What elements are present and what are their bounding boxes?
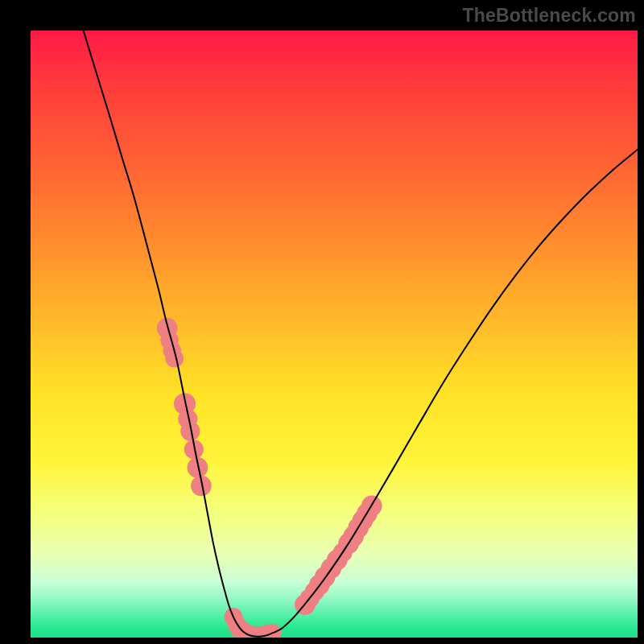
chart-svg	[31, 31, 638, 638]
watermark-text: TheBottleneck.com	[462, 5, 636, 27]
data-markers	[157, 318, 382, 638]
plot-area	[31, 31, 638, 638]
chart-frame: TheBottleneck.com	[0, 0, 644, 644]
